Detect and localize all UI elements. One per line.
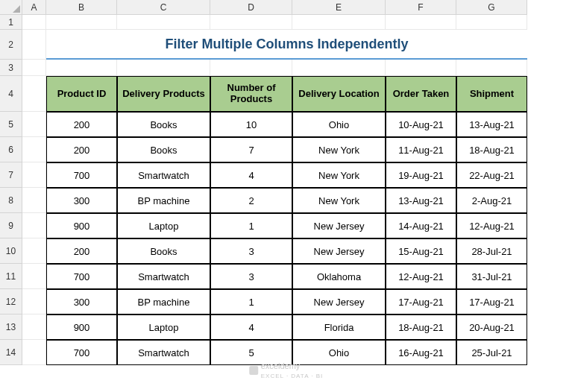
- table-cell[interactable]: 11-Aug-21: [386, 137, 456, 162]
- table-cell[interactable]: New Jersey: [292, 238, 386, 264]
- table-cell[interactable]: 17-Aug-21: [386, 289, 456, 314]
- col-header-E[interactable]: E: [292, 0, 386, 15]
- table-cell[interactable]: 18-Aug-21: [456, 137, 527, 162]
- row-header-2[interactable]: 2: [0, 30, 22, 60]
- table-cell[interactable]: 12-Aug-21: [456, 213, 527, 238]
- row-header-1[interactable]: 1: [0, 15, 22, 30]
- table-cell[interactable]: 7: [210, 137, 292, 162]
- table-cell[interactable]: 31-Jul-21: [456, 264, 527, 289]
- table-cell[interactable]: New Jersey: [292, 289, 386, 314]
- table-cell[interactable]: Smartwatch: [117, 264, 210, 289]
- table-cell[interactable]: Smartwatch: [117, 340, 210, 365]
- cell[interactable]: [22, 76, 46, 112]
- table-cell[interactable]: 16-Aug-21: [386, 340, 456, 365]
- cell[interactable]: [22, 137, 46, 162]
- table-cell[interactable]: 900: [46, 314, 117, 340]
- table-cell[interactable]: 13-Aug-21: [456, 112, 527, 137]
- col-header-B[interactable]: B: [46, 0, 117, 15]
- cell[interactable]: [46, 60, 117, 76]
- table-cell[interactable]: New York: [292, 162, 386, 188]
- row-header-12[interactable]: 12: [0, 289, 22, 314]
- table-header[interactable]: Product ID: [46, 76, 117, 112]
- table-header[interactable]: Delivery Products: [117, 76, 210, 112]
- cell[interactable]: [22, 162, 46, 188]
- table-cell[interactable]: 4: [210, 162, 292, 188]
- cell[interactable]: [210, 60, 292, 76]
- table-cell[interactable]: Smartwatch: [117, 162, 210, 188]
- table-header[interactable]: Shipment: [456, 76, 527, 112]
- cell[interactable]: [22, 30, 46, 60]
- cell[interactable]: [22, 238, 46, 264]
- table-header[interactable]: Order Taken: [386, 76, 456, 112]
- cell[interactable]: [22, 112, 46, 137]
- table-cell[interactable]: 700: [46, 162, 117, 188]
- cell[interactable]: [386, 15, 456, 30]
- cell[interactable]: [22, 188, 46, 213]
- row-header-11[interactable]: 11: [0, 264, 22, 289]
- table-cell[interactable]: 200: [46, 238, 117, 264]
- table-cell[interactable]: 14-Aug-21: [386, 213, 456, 238]
- table-cell[interactable]: 200: [46, 137, 117, 162]
- select-all-corner[interactable]: [0, 0, 22, 15]
- cell[interactable]: [22, 314, 46, 340]
- table-cell[interactable]: 12-Aug-21: [386, 264, 456, 289]
- row-header-10[interactable]: 10: [0, 238, 22, 264]
- col-header-F[interactable]: F: [386, 0, 456, 15]
- table-cell[interactable]: New York: [292, 137, 386, 162]
- table-cell[interactable]: 2: [210, 188, 292, 213]
- table-cell[interactable]: 10-Aug-21: [386, 112, 456, 137]
- table-cell[interactable]: Laptop: [117, 213, 210, 238]
- row-header-8[interactable]: 8: [0, 188, 22, 213]
- table-cell[interactable]: 2-Aug-21: [456, 188, 527, 213]
- table-cell[interactable]: 10: [210, 112, 292, 137]
- cell[interactable]: [292, 15, 386, 30]
- table-cell[interactable]: Ohio: [292, 112, 386, 137]
- table-cell[interactable]: 1: [210, 213, 292, 238]
- table-cell[interactable]: Books: [117, 112, 210, 137]
- table-cell[interactable]: Oklahoma: [292, 264, 386, 289]
- cell[interactable]: [456, 15, 527, 30]
- row-header-4[interactable]: 4: [0, 76, 22, 112]
- row-header-9[interactable]: 9: [0, 213, 22, 238]
- cell[interactable]: [22, 264, 46, 289]
- cell[interactable]: [22, 289, 46, 314]
- cell[interactable]: [22, 340, 46, 365]
- table-cell[interactable]: 200: [46, 112, 117, 137]
- cell[interactable]: [22, 213, 46, 238]
- cell[interactable]: [210, 15, 292, 30]
- table-header[interactable]: Number of Products: [210, 76, 292, 112]
- table-cell[interactable]: 900: [46, 213, 117, 238]
- table-cell[interactable]: 3: [210, 264, 292, 289]
- table-cell[interactable]: Books: [117, 238, 210, 264]
- table-cell[interactable]: 700: [46, 264, 117, 289]
- table-cell[interactable]: 300: [46, 188, 117, 213]
- table-cell[interactable]: Books: [117, 137, 210, 162]
- table-cell[interactable]: 28-Jul-21: [456, 238, 527, 264]
- row-header-14[interactable]: 14: [0, 340, 22, 365]
- cell[interactable]: [46, 15, 117, 30]
- row-header-13[interactable]: 13: [0, 314, 22, 340]
- table-cell[interactable]: 20-Aug-21: [456, 314, 527, 340]
- col-header-D[interactable]: D: [210, 0, 292, 15]
- table-cell[interactable]: 13-Aug-21: [386, 188, 456, 213]
- row-header-6[interactable]: 6: [0, 137, 22, 162]
- cell[interactable]: [22, 60, 46, 76]
- table-cell[interactable]: 18-Aug-21: [386, 314, 456, 340]
- table-cell[interactable]: 300: [46, 289, 117, 314]
- table-cell[interactable]: 19-Aug-21: [386, 162, 456, 188]
- table-cell[interactable]: Florida: [292, 314, 386, 340]
- table-cell[interactable]: 3: [210, 238, 292, 264]
- table-cell[interactable]: 700: [46, 340, 117, 365]
- cell[interactable]: [117, 60, 210, 76]
- row-header-7[interactable]: 7: [0, 162, 22, 188]
- cell[interactable]: [456, 60, 527, 76]
- table-cell[interactable]: 22-Aug-21: [456, 162, 527, 188]
- cell[interactable]: [292, 60, 386, 76]
- table-header[interactable]: Delivery Location: [292, 76, 386, 112]
- col-header-C[interactable]: C: [117, 0, 210, 15]
- cell[interactable]: [117, 15, 210, 30]
- table-cell[interactable]: 17-Aug-21: [456, 289, 527, 314]
- table-cell[interactable]: 4: [210, 314, 292, 340]
- col-header-A[interactable]: A: [22, 0, 46, 15]
- col-header-G[interactable]: G: [456, 0, 527, 15]
